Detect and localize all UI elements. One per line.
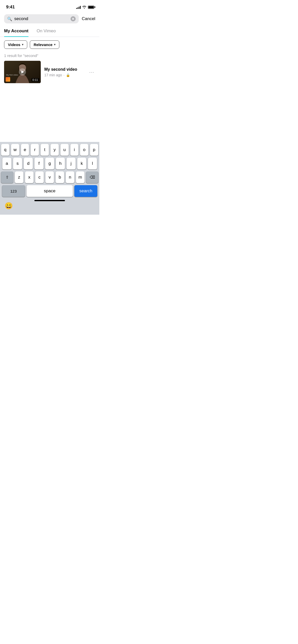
search-bar-container: 🔍 Cancel <box>0 12 99 25</box>
tabs-container: My Account On Vimeo <box>0 25 99 37</box>
key-h[interactable]: h <box>56 158 65 169</box>
status-time: 9:41 <box>6 5 15 10</box>
key-s[interactable]: s <box>13 158 22 169</box>
cancel-button[interactable]: Cancel <box>82 16 95 21</box>
tab-my-account[interactable]: My Account <box>0 25 33 37</box>
key-c[interactable]: c <box>35 171 44 183</box>
key-e[interactable]: e <box>21 144 29 156</box>
key-d[interactable]: d <box>24 158 33 169</box>
chevron-down-icon: ▾ <box>22 43 23 46</box>
filter-relevance-button[interactable]: Relevance ▾ <box>30 40 59 49</box>
search-input-wrapper[interactable]: 🔍 <box>4 14 79 23</box>
key-a[interactable]: a <box>2 158 11 169</box>
delete-key[interactable]: ⌫ <box>86 171 98 183</box>
status-bar: 9:41 <box>0 0 99 12</box>
tab-on-vimeo[interactable]: On Vimeo <box>33 25 60 37</box>
wifi-icon <box>82 6 86 9</box>
status-icons <box>76 5 94 9</box>
key-q[interactable]: q <box>1 144 9 156</box>
key-l[interactable]: l <box>88 158 97 169</box>
results-summary: 1 result for "second" <box>0 52 99 61</box>
thumbnail-badge <box>6 77 10 82</box>
key-y[interactable]: y <box>50 144 59 156</box>
video-list-item[interactable]: My first video 0:11 My second video 17 m… <box>0 61 99 83</box>
key-g[interactable]: g <box>45 158 54 169</box>
tab-indicator <box>4 36 29 37</box>
key-k[interactable]: k <box>77 158 86 169</box>
video-more-button[interactable]: ··· <box>88 68 95 76</box>
search-icon: 🔍 <box>7 17 12 21</box>
separator: · <box>63 73 64 77</box>
video-title: My second video <box>44 67 85 72</box>
key-f[interactable]: f <box>34 158 44 169</box>
key-u[interactable]: u <box>60 144 69 156</box>
keyboard-row-2: a s d f g h j k l <box>1 158 98 169</box>
shift-key[interactable]: ⇧ <box>1 171 13 183</box>
filter-videos-button[interactable]: Videos ▾ <box>4 40 27 49</box>
video-info: My second video 17 min ago · 🔒 <box>44 67 85 77</box>
battery-icon <box>88 6 94 9</box>
search-key[interactable]: search <box>74 185 97 197</box>
emoji-key[interactable]: 😄 <box>3 200 14 212</box>
video-meta: 17 min ago · 🔒 <box>44 73 85 77</box>
video-thumbnail: My first video 0:11 <box>4 61 41 83</box>
key-n[interactable]: n <box>66 171 74 183</box>
thumbnail-overlay-text: My first video <box>6 74 18 76</box>
keyboard-row-1: q w e r t y u i o p <box>1 144 98 156</box>
key-j[interactable]: j <box>66 158 76 169</box>
thumbnail-play-button[interactable] <box>19 68 26 76</box>
keyboard-row-3: ⇧ z x c v b n m ⌫ <box>1 171 98 183</box>
key-v[interactable]: v <box>45 171 54 183</box>
home-indicator <box>34 200 65 201</box>
filter-row: Videos ▾ Relevance ▾ <box>0 37 99 52</box>
key-i[interactable]: i <box>70 144 79 156</box>
keyboard-bottom-row: 123 space search <box>1 185 98 199</box>
space-key[interactable]: space <box>26 185 73 197</box>
chevron-down-icon-2: ▾ <box>54 43 56 46</box>
lock-icon: 🔒 <box>66 73 70 77</box>
key-w[interactable]: w <box>11 144 19 156</box>
numbers-key[interactable]: 123 <box>2 185 25 197</box>
key-z[interactable]: z <box>15 171 23 183</box>
key-o[interactable]: o <box>80 144 88 156</box>
key-t[interactable]: t <box>40 144 49 156</box>
thumbnail-duration: 0:11 <box>31 78 39 82</box>
signal-icon <box>76 5 81 9</box>
key-b[interactable]: b <box>56 171 64 183</box>
key-p[interactable]: p <box>90 144 98 156</box>
search-input[interactable] <box>14 16 69 21</box>
keyboard: q w e r t y u i o p a s d f g h j k l ⇧ … <box>0 142 99 215</box>
clear-button[interactable] <box>71 16 76 21</box>
key-r[interactable]: r <box>31 144 39 156</box>
key-x[interactable]: x <box>25 171 34 183</box>
key-m[interactable]: m <box>76 171 85 183</box>
